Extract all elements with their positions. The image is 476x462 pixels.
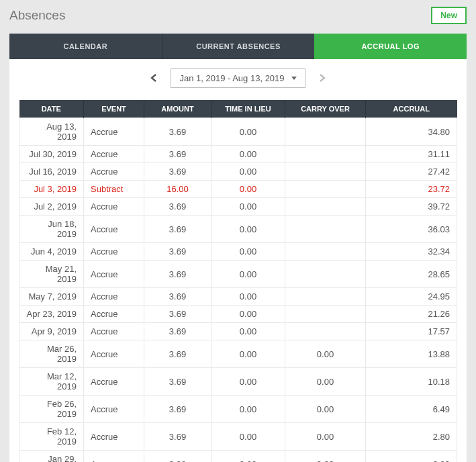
tab-current-absences[interactable]: CURRENT ABSENCES — [162, 34, 315, 59]
cell-amount: 3.69 — [144, 288, 211, 306]
page-title: Absences — [9, 8, 65, 23]
cell-amount: 3.69 — [144, 146, 211, 163]
cell-til: 0.00 — [211, 261, 285, 288]
table-row: Feb 12, 2019Accrue3.690.000.002.80 — [19, 423, 457, 451]
cell-date: Aug 13, 2019 — [19, 118, 84, 146]
table-row: Jan 29, 2019Accrue3.380.000.00-0.89 — [19, 451, 457, 463]
cell-carry — [285, 243, 366, 261]
cell-carry — [285, 323, 366, 340]
cell-carry — [285, 181, 366, 198]
cell-accrual: 6.49 — [366, 396, 457, 423]
cell-accrual: 34.80 — [366, 118, 457, 146]
accrual-log-table: DATE EVENT AMOUNT TIME IN LIEU CARRY OVE… — [19, 100, 457, 462]
cell-til: 0.00 — [211, 181, 285, 198]
table-row: Jul 30, 2019Accrue3.690.0031.11 — [19, 146, 457, 163]
prev-period-button[interactable] — [144, 69, 164, 88]
cell-date: Jul 3, 2019 — [19, 181, 84, 198]
tab-accrual-log[interactable]: ACCRUAL LOG — [314, 34, 467, 59]
cell-carry: 0.00 — [285, 340, 366, 368]
cell-amount: 3.69 — [144, 118, 211, 146]
cell-amount: 3.69 — [144, 423, 211, 451]
cell-amount: 16.00 — [144, 181, 211, 198]
cell-carry: 0.00 — [285, 423, 366, 451]
cell-event: Accrue — [84, 146, 144, 163]
cell-carry: 0.00 — [285, 396, 366, 423]
cell-accrual: 10.18 — [366, 368, 457, 396]
cell-amount: 3.69 — [144, 198, 211, 216]
cell-event: Accrue — [84, 163, 144, 181]
cell-til: 0.00 — [211, 243, 285, 261]
cell-amount: 3.69 — [144, 323, 211, 340]
tabs-bar: CALENDAR CURRENT ABSENCES ACCRUAL LOG — [9, 34, 467, 59]
cell-til: 0.00 — [211, 146, 285, 163]
cell-date: Apr 9, 2019 — [19, 323, 84, 340]
next-period-button[interactable] — [312, 69, 332, 88]
cell-carry — [285, 261, 366, 288]
chevron-left-icon — [150, 74, 157, 82]
cell-event: Accrue — [84, 451, 144, 463]
cell-event: Accrue — [84, 423, 144, 451]
cell-amount: 3.69 — [144, 368, 211, 396]
th-event: EVENT — [84, 100, 144, 118]
table-row: Aug 13, 2019Accrue3.690.0034.80 — [19, 118, 457, 146]
th-carry: CARRY OVER — [285, 100, 366, 118]
table-row: Jul 16, 2019Accrue3.690.0027.42 — [19, 163, 457, 181]
cell-amount: 3.69 — [144, 261, 211, 288]
cell-date: Jan 29, 2019 — [19, 451, 84, 463]
table-row: May 7, 2019Accrue3.690.0024.95 — [19, 288, 457, 306]
table-row: Jul 2, 2019Accrue3.690.0039.72 — [19, 198, 457, 216]
cell-carry — [285, 198, 366, 216]
cell-carry — [285, 163, 366, 181]
date-navigator: Jan 1, 2019 - Aug 13, 2019 — [9, 59, 467, 100]
th-amount: AMOUNT — [144, 100, 211, 118]
cell-til: 0.00 — [211, 198, 285, 216]
table-row: Feb 26, 2019Accrue3.690.000.006.49 — [19, 396, 457, 423]
date-range-select[interactable]: Jan 1, 2019 - Aug 13, 2019 — [171, 68, 305, 88]
cell-accrual: 2.80 — [366, 423, 457, 451]
table-row: Mar 12, 2019Accrue3.690.000.0010.18 — [19, 368, 457, 396]
cell-amount: 3.69 — [144, 340, 211, 368]
cell-accrual: 28.65 — [366, 261, 457, 288]
cell-date: Apr 23, 2019 — [19, 306, 84, 323]
table-row: Jun 18, 2019Accrue3.690.0036.03 — [19, 216, 457, 243]
cell-til: 0.00 — [211, 118, 285, 146]
chevron-right-icon — [319, 74, 326, 82]
cell-accrual: 13.88 — [366, 340, 457, 368]
cell-accrual: 23.72 — [366, 181, 457, 198]
cell-til: 0.00 — [211, 216, 285, 243]
cell-date: Jul 30, 2019 — [19, 146, 84, 163]
cell-date: Jul 2, 2019 — [19, 198, 84, 216]
new-button[interactable]: New — [431, 7, 467, 24]
cell-amount: 3.69 — [144, 216, 211, 243]
cell-event: Accrue — [84, 323, 144, 340]
cell-event: Accrue — [84, 243, 144, 261]
cell-event: Accrue — [84, 396, 144, 423]
cell-accrual: 27.42 — [366, 163, 457, 181]
th-til: TIME IN LIEU — [211, 100, 285, 118]
table-row: May 21, 2019Accrue3.690.0028.65 — [19, 261, 457, 288]
cell-date: Feb 26, 2019 — [19, 396, 84, 423]
cell-accrual: 24.95 — [366, 288, 457, 306]
cell-til: 0.00 — [211, 340, 285, 368]
cell-date: May 7, 2019 — [19, 288, 84, 306]
cell-date: Jul 16, 2019 — [19, 163, 84, 181]
cell-event: Accrue — [84, 306, 144, 323]
cell-date: Mar 26, 2019 — [19, 340, 84, 368]
cell-date: Feb 12, 2019 — [19, 423, 84, 451]
table-row: Mar 26, 2019Accrue3.690.000.0013.88 — [19, 340, 457, 368]
cell-carry — [285, 306, 366, 323]
cell-date: Mar 12, 2019 — [19, 368, 84, 396]
cell-event: Accrue — [84, 340, 144, 368]
cell-event: Accrue — [84, 118, 144, 146]
cell-event: Subtract — [84, 181, 144, 198]
cell-carry — [285, 288, 366, 306]
cell-event: Accrue — [84, 288, 144, 306]
tab-calendar[interactable]: CALENDAR — [9, 34, 162, 59]
cell-date: May 21, 2019 — [19, 261, 84, 288]
cell-carry — [285, 146, 366, 163]
caret-down-icon — [291, 77, 297, 80]
cell-accrual: 36.03 — [366, 216, 457, 243]
cell-amount: 3.69 — [144, 306, 211, 323]
cell-til: 0.00 — [211, 396, 285, 423]
cell-date: Jun 4, 2019 — [19, 243, 84, 261]
